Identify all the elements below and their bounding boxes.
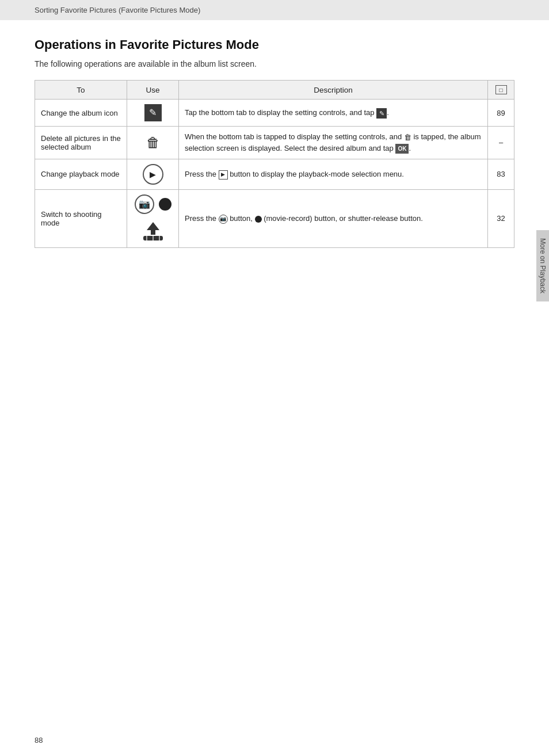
header-text: Sorting Favorite Pictures (Favorite Pict… [35,6,200,14]
row2-to: Delete all pictures in the selected albu… [35,127,127,159]
header-bar: Sorting Favorite Pictures (Favorite Pict… [0,0,549,20]
table-row: Change the album icon ✎ Tap the bottom t… [35,100,514,127]
row1-use: ✎ [127,100,179,127]
camera-circle-icon: 📷 [135,194,154,214]
movie-record-icon [159,198,171,211]
circle-inline-icon [255,216,262,223]
shutter-release-icon [139,221,167,243]
row3-ref: 83 [488,159,514,189]
shutter-svg [139,221,167,243]
table-row: Switch to shooting mode 📷 [35,189,514,247]
col-header-to: To [35,81,127,100]
row1-to: Change the album icon [35,100,127,127]
camera-inline-icon: 📷 [219,215,228,224]
shooting-icons-top: 📷 [135,194,171,214]
ok-inline-icon: OK [395,144,409,154]
row2-use: 🗑 [127,127,179,159]
page-title: Operations in Favorite Pictures Mode [35,37,514,52]
row4-to: Switch to shooting mode [35,189,127,247]
row2-desc: When the bottom tab is tapped to display… [179,127,488,159]
subtitle: The following operations are available i… [35,59,514,68]
table-row: Delete all pictures in the selected albu… [35,127,514,159]
row2-ref: – [488,127,514,159]
operations-table: To Use Description □ Change the album ic… [35,80,514,248]
row3-use: ▶ [127,159,179,189]
row4-ref: 32 [488,189,514,247]
col-header-use: Use [127,81,179,100]
playback-circle-icon: ▶ [143,164,163,185]
row4-use: 📷 [127,189,179,247]
col-header-description: Description [179,81,488,100]
edit-inline-icon: ✎ [376,108,387,119]
row1-desc: Tap the bottom tab to display the settin… [179,100,488,127]
row1-ref: 89 [488,100,514,127]
edit-icon: ✎ [144,104,162,121]
trash-inline-icon: 🗑 [404,133,411,142]
table-row: Change playback mode ▶ Press the ▶ butto… [35,159,514,189]
page-number: 88 [35,736,43,744]
row3-to: Change playback mode [35,159,127,189]
col-header-ref: □ [488,81,514,100]
shooting-icons: 📷 [133,194,173,243]
svg-marker-0 [147,222,159,235]
side-tab: More on Playback [536,230,549,301]
row3-desc: Press the ▶ button to display the playba… [179,159,488,189]
book-icon: □ [495,85,507,94]
playback-btn-inline: ▶ [219,170,228,180]
trash-icon: 🗑 [146,135,160,150]
row4-desc: Press the 📷 button, (movie-record) butto… [179,189,488,247]
main-content: Operations in Favorite Pictures Mode The… [0,20,549,271]
